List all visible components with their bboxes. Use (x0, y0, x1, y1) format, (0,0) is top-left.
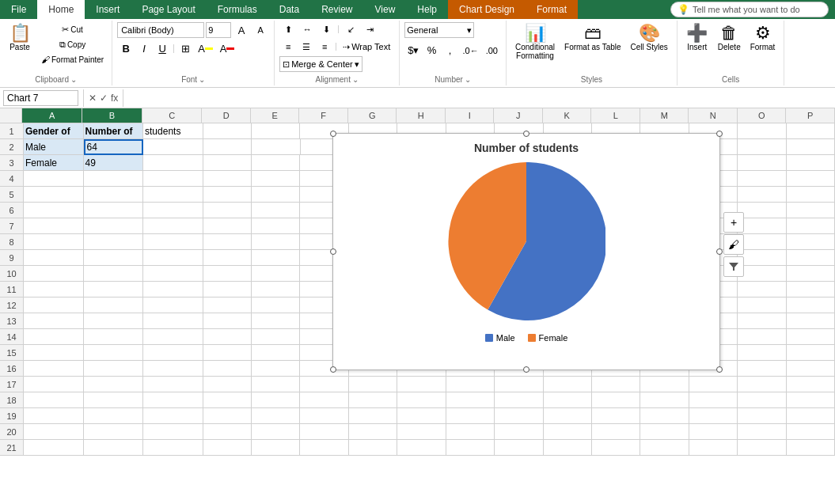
percent-button[interactable]: % (423, 43, 441, 58)
fill-color-button[interactable]: A (195, 41, 216, 56)
font-label[interactable]: Font ⌄ (181, 75, 205, 84)
tab-formulas[interactable]: Formulas (207, 0, 268, 19)
text-direction-button[interactable]: ↙ (342, 22, 359, 36)
alignment-label[interactable]: Alignment ⌄ (315, 75, 358, 84)
row-header-4[interactable]: 4 (0, 171, 24, 187)
cell-c3[interactable] (143, 155, 203, 171)
formula-confirm-icon[interactable]: ✓ (100, 93, 108, 104)
align-top-button[interactable]: ⬆ (279, 22, 297, 36)
formula-cancel-icon[interactable]: ✕ (89, 93, 97, 104)
borders-button[interactable]: ⊞ (176, 41, 194, 56)
cell-o3[interactable] (738, 155, 786, 171)
cell-e1[interactable] (252, 123, 300, 139)
row-header-9[interactable]: 9 (0, 250, 24, 266)
row-header-13[interactable]: 13 (0, 313, 24, 329)
cell-e3[interactable] (252, 155, 300, 171)
tab-format[interactable]: Format (526, 0, 578, 19)
formula-input[interactable] (125, 93, 835, 104)
row-header-12[interactable]: 12 (0, 297, 24, 313)
row-header-7[interactable]: 7 (0, 218, 24, 234)
col-header-h[interactable]: H (397, 108, 446, 123)
cell-d2[interactable] (203, 139, 252, 155)
dollar-button[interactable]: $▾ (404, 43, 422, 58)
decrease-decimal-button[interactable]: .0← (460, 44, 482, 58)
cell-p1[interactable] (787, 123, 835, 139)
col-header-b[interactable]: B (82, 108, 142, 123)
col-header-a[interactable]: A (22, 108, 82, 123)
chart-filter-button[interactable] (723, 256, 744, 277)
decrease-font-button[interactable]: A (252, 23, 269, 37)
cut-button[interactable]: ✂ Cut (38, 22, 107, 36)
col-header-j[interactable]: J (494, 108, 543, 123)
font-color-button[interactable]: A (217, 41, 238, 56)
cell-o1[interactable] (738, 123, 786, 139)
cell-a4[interactable] (24, 171, 84, 187)
cell-b2[interactable]: 64 (84, 139, 144, 155)
row-header-19[interactable]: 19 (0, 408, 24, 424)
col-header-p[interactable]: P (786, 108, 835, 123)
tab-page-layout[interactable]: Page Layout (131, 0, 206, 19)
col-header-m[interactable]: M (640, 108, 689, 123)
tab-data[interactable]: Data (268, 0, 310, 19)
clipboard-label[interactable]: Clipboard ⌄ (35, 75, 77, 84)
align-right-button[interactable]: ≡ (316, 40, 333, 54)
row-header-8[interactable]: 8 (0, 234, 24, 250)
cell-d3[interactable] (203, 155, 252, 171)
handle-br[interactable] (716, 366, 723, 373)
cell-a1[interactable]: Gender of (24, 123, 84, 139)
number-format-dropdown[interactable]: General ▾ (404, 22, 474, 38)
row-header-20[interactable]: 20 (0, 424, 24, 440)
row-header-21[interactable]: 21 (0, 440, 24, 456)
tab-chart-design[interactable]: Chart Design (448, 0, 526, 19)
row-header-17[interactable]: 17 (0, 377, 24, 392)
paste-button[interactable]: 📋 Paste (5, 22, 35, 54)
format-as-table-button[interactable]: 🗃 Format as Table (560, 22, 625, 54)
formula-fx-icon[interactable]: fx (111, 93, 118, 104)
col-header-k[interactable]: K (543, 108, 592, 123)
col-header-f[interactable]: F (299, 108, 348, 123)
handle-bc[interactable] (523, 366, 529, 373)
increase-font-button[interactable]: A (233, 23, 250, 38)
col-header-o[interactable]: O (738, 108, 787, 123)
italic-button[interactable]: I (135, 41, 153, 56)
cell-b1[interactable]: Number of (84, 123, 144, 139)
indent-button[interactable]: ⇥ (361, 22, 378, 36)
bold-button[interactable]: B (117, 41, 135, 56)
handle-tc[interactable] (523, 131, 529, 137)
cell-b4[interactable] (84, 171, 144, 187)
col-header-l[interactable]: L (591, 108, 640, 123)
number-label[interactable]: Number ⌄ (435, 75, 471, 84)
align-bottom-button[interactable]: ⬇ (317, 22, 335, 36)
copy-button[interactable]: ⧉ Copy (38, 37, 107, 51)
align-left-button[interactable]: ≡ (279, 40, 297, 54)
row-header-5[interactable]: 5 (0, 187, 24, 203)
tab-insert[interactable]: Insert (85, 0, 131, 19)
add-chart-element-button[interactable]: + (723, 212, 744, 233)
format-button[interactable]: ⚙ Format (746, 22, 780, 54)
cell-c2[interactable] (143, 139, 203, 155)
insert-button[interactable]: ➕ Insert (682, 22, 712, 54)
conditional-formatting-button[interactable]: 📊 ConditionalFormatting (511, 22, 559, 63)
handle-bl[interactable] (330, 366, 336, 373)
align-middle-button[interactable]: ↔ (298, 22, 316, 36)
format-painter-button[interactable]: 🖌 Format Painter (38, 52, 107, 66)
cell-c4[interactable] (143, 171, 203, 187)
cell-e2[interactable] (252, 139, 300, 155)
row-header-15[interactable]: 15 (0, 345, 24, 361)
tab-home[interactable]: Home (37, 0, 85, 19)
cell-d1[interactable] (203, 123, 252, 139)
col-header-e[interactable]: E (251, 108, 300, 123)
col-header-g[interactable]: G (348, 108, 397, 123)
row-header-18[interactable]: 18 (0, 392, 24, 408)
row-header-2[interactable]: 2 (0, 139, 24, 155)
delete-button[interactable]: 🗑 Delete (714, 22, 745, 54)
name-box[interactable]: Chart 7 (3, 90, 78, 106)
chart-style-button[interactable]: 🖌 (723, 234, 744, 255)
cell-p2[interactable] (787, 139, 835, 155)
cell-a2[interactable]: Male (24, 139, 84, 155)
handle-tl[interactable] (330, 131, 336, 137)
row-header-10[interactable]: 10 (0, 266, 24, 282)
handle-tr[interactable] (716, 131, 723, 137)
comma-button[interactable]: , (442, 43, 459, 58)
tell-me-input[interactable]: 💡 Tell me what you want to do (670, 2, 829, 17)
